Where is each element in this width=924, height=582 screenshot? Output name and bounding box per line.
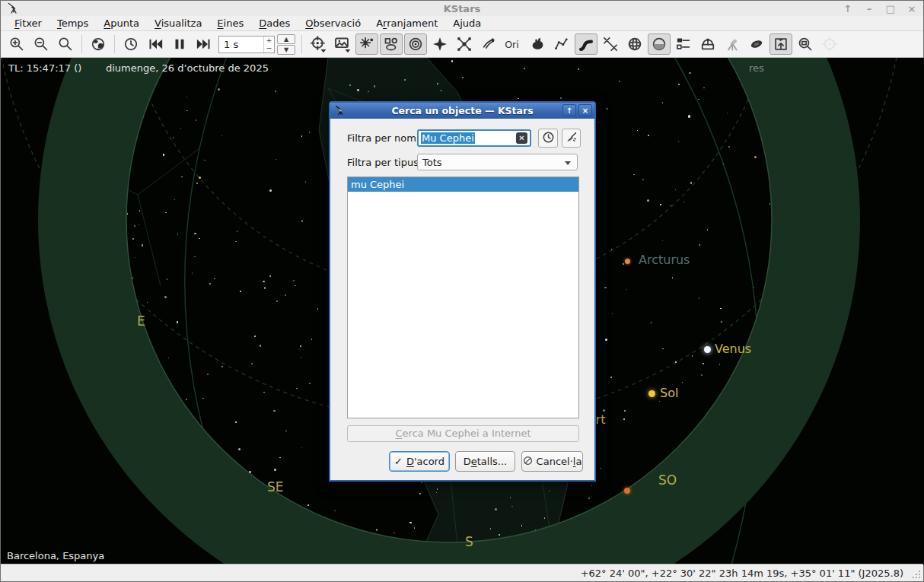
- time-step-minus[interactable]: −: [264, 44, 274, 52]
- toggle-constellation-boundaries-button[interactable]: [599, 33, 622, 55]
- search-result-list[interactable]: mu Cephei: [347, 177, 579, 418]
- main-toolbar: 1 s + − ▲ ▼ Ori: [1, 31, 923, 58]
- time-pause-button[interactable]: [168, 33, 191, 55]
- time-forward-button[interactable]: [193, 33, 215, 55]
- toggle-constellation-lines-button[interactable]: [550, 33, 573, 55]
- venus-star[interactable]: [704, 346, 711, 353]
- check-icon: ✓: [394, 456, 403, 467]
- time-step-input[interactable]: 1 s + −: [218, 36, 275, 53]
- zoom-in-button[interactable]: [5, 33, 28, 55]
- time-unit-stepper: ▲ ▼: [277, 34, 295, 55]
- toggle-milkyway-button[interactable]: [575, 33, 597, 55]
- zoom-in-icon: [9, 37, 24, 52]
- resize-grip[interactable]: [913, 571, 920, 578]
- stars-icon: [359, 37, 374, 52]
- rabbit-icon: [530, 37, 545, 52]
- name-filter-label: Filtra per nom:: [347, 132, 419, 144]
- menu-eines[interactable]: Eines: [209, 16, 251, 30]
- zoom-out-button[interactable]: [30, 33, 53, 55]
- menu-ajuda[interactable]: Ajuda: [445, 16, 489, 30]
- svg-text:Ori: Ori: [505, 39, 519, 50]
- clear-text-icon[interactable]: ✕: [516, 132, 527, 144]
- menu-apunta[interactable]: Apunta: [96, 16, 147, 30]
- zoom-to-angular-size-button[interactable]: [794, 33, 817, 55]
- menu-temps[interactable]: Temps: [49, 16, 96, 30]
- internet-search-button[interactable]: Cerca Mu Cephei a Internet: [347, 425, 579, 442]
- name-filter-input[interactable]: Mu Cephei ✕: [417, 129, 531, 147]
- cancel-button[interactable]: Cancel·la: [521, 451, 583, 472]
- minimize-button[interactable]: –: [862, 3, 876, 14]
- clock-icon: [123, 37, 139, 52]
- bright-orange-star[interactable]: [624, 488, 630, 494]
- time-step-plus[interactable]: +: [264, 37, 274, 44]
- toggle-solar-system-button[interactable]: [404, 33, 427, 55]
- compass-southeast-label: SE: [267, 479, 284, 495]
- arcturus-star[interactable]: [625, 259, 630, 264]
- broom-icon: [565, 131, 578, 146]
- grid-globe-icon: [627, 37, 642, 52]
- toggle-stars-button[interactable]: [355, 33, 378, 55]
- find-object-dialog: Cerca un objecte — KStars ↑ × Filtra per…: [329, 101, 596, 482]
- coordinates-readout: +62° 24' 00", +22° 30' 22" 23h 14m 19s, …: [581, 568, 903, 579]
- toggle-deepsky-button[interactable]: [380, 33, 403, 55]
- dialog-content: Filtra per nom: Mu Cephei ✕ Filtra per t…: [330, 119, 594, 482]
- solar-system-icon: [408, 37, 423, 52]
- observatory-button[interactable]: [696, 33, 719, 55]
- close-button[interactable]: ×: [905, 3, 919, 14]
- toggle-supernovae-button[interactable]: [429, 33, 451, 55]
- menu-dades[interactable]: Dades: [251, 16, 298, 30]
- dialog-title: Cerca un objecte — KStars: [330, 105, 594, 116]
- toggle-comets-button[interactable]: [477, 33, 500, 55]
- ok-button[interactable]: ✓ D'acord: [389, 451, 450, 472]
- location-label: Barcelona, Espanya: [7, 550, 104, 561]
- maximize-button[interactable]: □: [884, 3, 897, 14]
- telescope-button[interactable]: [721, 33, 744, 55]
- result-item[interactable]: mu Cephei: [348, 177, 578, 192]
- toggle-horizon-button[interactable]: [648, 33, 671, 55]
- dialog-shade-button[interactable]: ↑: [562, 104, 576, 116]
- shade-window-button[interactable]: ↑: [841, 3, 855, 14]
- compass-south-label: S: [465, 534, 473, 549]
- eyepiece-view-button[interactable]: [745, 33, 768, 55]
- clock-small-icon: [542, 131, 555, 146]
- dialog-close-button[interactable]: ×: [578, 104, 592, 116]
- toggle-constellation-names-button[interactable]: Ori: [502, 33, 524, 55]
- menu-arranjament[interactable]: Arranjament: [368, 16, 445, 30]
- geolocation-button[interactable]: [87, 33, 110, 55]
- menu-visualitza[interactable]: Visualitza: [147, 16, 209, 30]
- venus-label[interactable]: Venus: [715, 342, 751, 356]
- find-object-button[interactable]: [54, 33, 77, 55]
- constellation-names-icon: Ori: [504, 37, 522, 52]
- telescope-crosshair-button[interactable]: [818, 33, 841, 55]
- toggle-flags-button[interactable]: [672, 33, 695, 55]
- focus-info-label: res: [749, 62, 764, 74]
- toggle-constellation-art-button[interactable]: [526, 33, 549, 55]
- sun-star[interactable]: [648, 390, 655, 397]
- set-time-button[interactable]: [119, 33, 142, 55]
- target-icon: [310, 36, 327, 52]
- dome-icon: [700, 37, 715, 52]
- menu-fitxer[interactable]: Fitxer: [7, 16, 49, 30]
- horizon-icon: [652, 37, 667, 52]
- type-filter-label: Filtra per tipus:: [347, 157, 422, 168]
- whats-interesting-button[interactable]: [769, 33, 792, 55]
- type-filter-combobox[interactable]: Tots: [417, 154, 578, 170]
- flags-icon: [676, 37, 691, 52]
- toggle-satellites-button[interactable]: [453, 33, 476, 55]
- track-object-button[interactable]: [307, 33, 330, 55]
- menu-observacio[interactable]: Observació: [298, 16, 368, 30]
- dialog-telescope-icon: [334, 104, 346, 118]
- time-unit-down-button[interactable]: ▼: [277, 45, 295, 55]
- toggle-equatorial-grid-button[interactable]: [623, 33, 646, 55]
- dialog-titlebar[interactable]: Cerca un objecte — KStars ↑ ×: [330, 103, 594, 119]
- details-button[interactable]: Detalls...: [455, 451, 515, 472]
- time-unit-up-button[interactable]: ▲: [277, 34, 295, 44]
- time-rewind-button[interactable]: [144, 33, 167, 55]
- arcturus-label[interactable]: Arcturus: [639, 253, 690, 267]
- clear-history-button[interactable]: [562, 129, 581, 148]
- constellation-lines-icon: [554, 37, 569, 52]
- boundaries-icon: [603, 37, 618, 52]
- history-button[interactable]: [538, 129, 558, 148]
- sun-label[interactable]: Sol: [660, 386, 678, 400]
- fov-symbol-button[interactable]: [331, 33, 354, 55]
